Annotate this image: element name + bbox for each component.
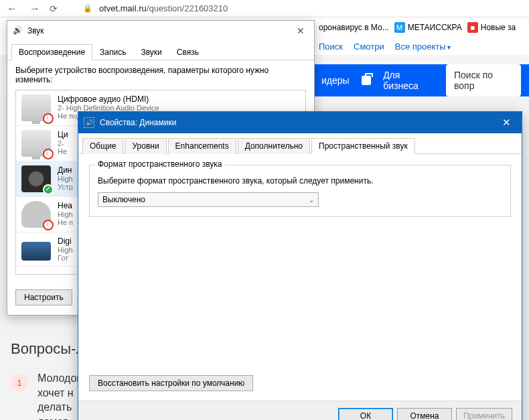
tab-playback[interactable]: Воспроизведение — [11, 44, 92, 60]
section-heading: Вопросы-л — [11, 340, 84, 358]
window-titlebar[interactable]: 🔊 Свойства: Динамики ✕ — [78, 112, 522, 133]
forward-icon[interactable]: → — [27, 3, 43, 15]
status-error-icon — [43, 149, 54, 159]
bookmark-icon: ■ — [467, 22, 478, 33]
window-titlebar[interactable]: 🔊 Звук ✕ — [7, 21, 314, 41]
bookmark-item[interactable]: оронавирус в Мо... — [319, 23, 389, 32]
instruction-text: Выберите устройство воспроизведения, пар… — [15, 66, 306, 84]
device-status: Гот — [58, 254, 73, 262]
ok-button[interactable]: ОК — [338, 408, 393, 420]
group-description: Выберите формат пространственного звука,… — [98, 176, 502, 186]
monitor-icon — [21, 130, 51, 157]
device-name: Ци — [58, 130, 68, 139]
spatial-format-group: Формат пространственного звука Выберите … — [89, 165, 511, 217]
reload-icon[interactable]: ⟳ — [50, 3, 58, 14]
question-row: 1 Молодой хочет н делать домов. Что може… — [11, 371, 78, 420]
status-error-icon — [43, 220, 54, 230]
tab-advanced[interactable]: Дополнительно — [238, 138, 310, 154]
restore-defaults-button[interactable]: Восстановить настройки по умолчанию — [89, 375, 253, 391]
bookmark-item[interactable]: MМЕТАИССКРА — [394, 22, 462, 33]
question-number-badge: 1 — [11, 374, 28, 391]
tab-communications[interactable]: Связь — [169, 44, 206, 60]
window-title: Свойства: Динамики — [100, 118, 497, 127]
monitor-icon — [21, 94, 51, 121]
url-path: /question/221603210 — [147, 3, 228, 13]
nav-business[interactable]: Для бизнеса — [383, 70, 427, 91]
nav-watch[interactable]: Смотри — [354, 42, 384, 52]
tab-spatial-sound[interactable]: Пространственный звук — [311, 138, 415, 154]
status-error-icon — [43, 113, 54, 124]
group-legend: Формат пространственного звука — [95, 159, 225, 169]
device-sub: High — [58, 175, 73, 183]
device-name: Дин — [58, 165, 73, 175]
device-sub: High — [58, 210, 73, 218]
properties-restore-row: Восстановить настройки по умолчанию — [78, 375, 522, 401]
nav-projects[interactable]: Все проекты — [395, 42, 451, 52]
device-name: Цифровое аудио (HDMI) — [58, 94, 159, 104]
tab-recording[interactable]: Запись — [92, 44, 133, 60]
properties-window: 🔊 Свойства: Динамики ✕ Общие Уровни Enha… — [78, 111, 522, 420]
speaker-icon — [21, 165, 51, 192]
device-status: Не — [58, 147, 68, 155]
tab-enhancements[interactable]: Enhancements — [168, 138, 236, 154]
apply-button[interactable]: Применить — [456, 408, 512, 420]
device-sub: High — [58, 246, 73, 254]
properties-buttons: ОК Отмена Применить — [78, 401, 522, 420]
speaker-icon: 🔊 — [84, 117, 94, 128]
question-text[interactable]: Молодой хочет н делать домов. Что можете — [37, 371, 78, 420]
nav-search[interactable]: Поиск — [319, 42, 343, 52]
select-value: Выключено — [102, 195, 145, 204]
close-icon[interactable]: ✕ — [497, 117, 516, 129]
cancel-button[interactable]: Отмена — [397, 408, 452, 420]
speaker-icon: 🔊 — [13, 25, 23, 36]
configure-button[interactable]: Настроить — [15, 289, 72, 305]
device-name: Hea — [58, 201, 73, 210]
tab-levels[interactable]: Уровни — [125, 138, 166, 154]
tab-general[interactable]: Общие — [82, 138, 123, 154]
search-input[interactable]: Поиск по вопр — [446, 64, 521, 96]
window-title: Звук — [27, 26, 289, 36]
device-name: Digi — [58, 236, 73, 246]
browser-toolbar: ← → ⟳ 🔒 otvet.mail.ru/question/221603210 — [0, 0, 529, 17]
bookmark-icon: M — [394, 22, 405, 33]
lock-icon: 🔒 — [83, 4, 92, 13]
device-status: Устр — [58, 183, 73, 191]
tab-sounds[interactable]: Звуки — [133, 44, 169, 60]
back-icon[interactable]: ← — [4, 3, 20, 15]
sound-tabs: Воспроизведение Запись Звуки Связь — [7, 44, 314, 60]
chevron-down-icon: ⌄ — [309, 196, 314, 204]
briefcase-icon — [362, 76, 372, 85]
device-status: Не п — [58, 218, 73, 226]
device-box-icon — [21, 242, 51, 261]
url-host: otvet.mail.ru — [99, 3, 147, 13]
bookmark-item[interactable]: ■Новые за — [467, 22, 516, 33]
site-header: идеры Для бизнеса Поиск по вопр — [313, 64, 529, 96]
headphones-icon — [21, 201, 51, 228]
properties-body: Формат пространственного звука Выберите … — [78, 154, 522, 375]
close-icon[interactable]: ✕ — [293, 25, 309, 36]
nav-leaders[interactable]: идеры — [321, 75, 350, 86]
spatial-format-select[interactable]: Выключено ⌄ — [98, 192, 319, 207]
properties-tabs: Общие Уровни Enhancements Дополнительно … — [78, 133, 522, 154]
device-sub: 2- — [58, 139, 68, 147]
status-ok-icon — [43, 184, 54, 195]
address-bar[interactable]: otvet.mail.ru/question/221603210 — [99, 3, 228, 13]
